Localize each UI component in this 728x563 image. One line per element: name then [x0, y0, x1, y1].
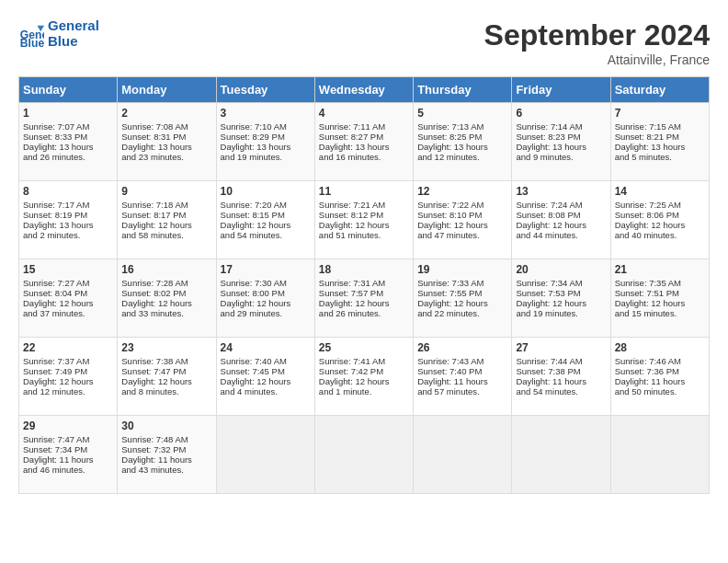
day-number: 29: [23, 419, 113, 432]
calendar-week-1: 1Sunrise: 7:07 AM Sunset: 8:33 PM Daylig…: [19, 103, 710, 181]
day-number: 23: [121, 341, 211, 354]
table-row: 25Sunrise: 7:41 AM Sunset: 7:42 PM Dayli…: [314, 338, 413, 416]
calendar-week-2: 8Sunrise: 7:17 AM Sunset: 8:19 PM Daylig…: [19, 181, 710, 259]
page-header: General Blue General Blue September 2024…: [18, 18, 710, 67]
day-info: Sunrise: 7:44 AM Sunset: 7:38 PM Dayligh…: [516, 356, 586, 396]
month-title: September 2024: [484, 18, 710, 52]
col-friday: Friday: [512, 77, 610, 103]
day-number: 3: [221, 107, 311, 120]
table-row: 14Sunrise: 7:25 AM Sunset: 8:06 PM Dayli…: [610, 181, 709, 259]
table-row: 19Sunrise: 7:33 AM Sunset: 7:55 PM Dayli…: [414, 259, 512, 338]
logo-line2: Blue: [48, 34, 99, 50]
table-row: 18Sunrise: 7:31 AM Sunset: 7:57 PM Dayli…: [314, 259, 413, 338]
day-info: Sunrise: 7:31 AM Sunset: 7:57 PM Dayligh…: [319, 278, 390, 318]
col-wednesday: Wednesday: [314, 77, 413, 103]
day-number: 21: [615, 263, 705, 276]
table-row: 16Sunrise: 7:28 AM Sunset: 8:02 PM Dayli…: [118, 259, 216, 338]
table-row: 26Sunrise: 7:43 AM Sunset: 7:40 PM Dayli…: [414, 338, 512, 416]
logo-icon: General Blue: [18, 21, 44, 47]
day-number: 6: [516, 107, 606, 120]
day-number: 8: [23, 185, 113, 198]
day-info: Sunrise: 7:38 AM Sunset: 7:47 PM Dayligh…: [121, 356, 192, 396]
day-info: Sunrise: 7:25 AM Sunset: 8:06 PM Dayligh…: [615, 200, 686, 240]
day-info: Sunrise: 7:20 AM Sunset: 8:15 PM Dayligh…: [221, 200, 291, 240]
table-row: 21Sunrise: 7:35 AM Sunset: 7:51 PM Dayli…: [610, 259, 709, 338]
day-number: 13: [516, 185, 606, 198]
day-number: 17: [221, 263, 311, 276]
day-info: Sunrise: 7:11 AM Sunset: 8:27 PM Dayligh…: [319, 121, 390, 162]
day-info: Sunrise: 7:17 AM Sunset: 8:19 PM Dayligh…: [23, 200, 94, 240]
day-info: Sunrise: 7:10 AM Sunset: 8:29 PM Dayligh…: [221, 121, 291, 162]
col-tuesday: Tuesday: [216, 77, 314, 103]
table-row: 29Sunrise: 7:47 AM Sunset: 7:34 PM Dayli…: [19, 416, 118, 494]
table-row: 24Sunrise: 7:40 AM Sunset: 7:45 PM Dayli…: [216, 338, 314, 416]
table-row: 5Sunrise: 7:13 AM Sunset: 8:25 PM Daylig…: [414, 103, 512, 181]
day-info: Sunrise: 7:18 AM Sunset: 8:17 PM Dayligh…: [121, 200, 192, 240]
day-info: Sunrise: 7:24 AM Sunset: 8:08 PM Dayligh…: [516, 200, 586, 240]
day-number: 11: [319, 185, 409, 198]
table-row: 28Sunrise: 7:46 AM Sunset: 7:36 PM Dayli…: [610, 338, 709, 416]
day-info: Sunrise: 7:48 AM Sunset: 7:32 PM Dayligh…: [121, 434, 192, 475]
day-number: 25: [319, 341, 409, 354]
calendar-week-5: 29Sunrise: 7:47 AM Sunset: 7:34 PM Dayli…: [19, 416, 710, 494]
table-row: 2Sunrise: 7:08 AM Sunset: 8:31 PM Daylig…: [118, 103, 216, 181]
table-row: 7Sunrise: 7:15 AM Sunset: 8:21 PM Daylig…: [610, 103, 709, 181]
calendar-week-3: 15Sunrise: 7:27 AM Sunset: 8:04 PM Dayli…: [19, 259, 710, 338]
logo-line1: General: [48, 18, 99, 34]
table-row: 22Sunrise: 7:37 AM Sunset: 7:49 PM Dayli…: [19, 338, 118, 416]
day-info: Sunrise: 7:08 AM Sunset: 8:31 PM Dayligh…: [121, 121, 192, 162]
table-row: 9Sunrise: 7:18 AM Sunset: 8:17 PM Daylig…: [118, 181, 216, 259]
table-row: 12Sunrise: 7:22 AM Sunset: 8:10 PM Dayli…: [414, 181, 512, 259]
day-number: 1: [23, 107, 113, 120]
location: Attainville, France: [484, 52, 710, 67]
day-info: Sunrise: 7:35 AM Sunset: 7:51 PM Dayligh…: [615, 278, 686, 318]
table-row: 3Sunrise: 7:10 AM Sunset: 8:29 PM Daylig…: [216, 103, 314, 181]
day-number: 7: [615, 107, 705, 120]
day-number: 16: [121, 263, 211, 276]
table-row: [610, 416, 709, 494]
col-thursday: Thursday: [414, 77, 512, 103]
table-row: 27Sunrise: 7:44 AM Sunset: 7:38 PM Dayli…: [512, 338, 610, 416]
day-info: Sunrise: 7:40 AM Sunset: 7:45 PM Dayligh…: [221, 356, 291, 396]
day-number: 19: [417, 263, 507, 276]
table-row: [414, 416, 512, 494]
day-number: 14: [615, 185, 705, 198]
day-number: 22: [23, 341, 113, 354]
table-row: 17Sunrise: 7:30 AM Sunset: 8:00 PM Dayli…: [216, 259, 314, 338]
day-number: 5: [417, 107, 507, 120]
day-number: 28: [615, 341, 705, 354]
day-info: Sunrise: 7:14 AM Sunset: 8:23 PM Dayligh…: [516, 121, 586, 162]
col-sunday: Sunday: [19, 77, 118, 103]
table-row: 13Sunrise: 7:24 AM Sunset: 8:08 PM Dayli…: [512, 181, 610, 259]
title-block: September 2024 Attainville, France: [484, 18, 710, 67]
logo: General Blue General Blue: [18, 18, 99, 49]
table-row: 4Sunrise: 7:11 AM Sunset: 8:27 PM Daylig…: [314, 103, 413, 181]
table-row: 6Sunrise: 7:14 AM Sunset: 8:23 PM Daylig…: [512, 103, 610, 181]
day-number: 30: [121, 419, 211, 432]
calendar-week-4: 22Sunrise: 7:37 AM Sunset: 7:49 PM Dayli…: [19, 338, 710, 416]
day-number: 9: [121, 185, 211, 198]
table-row: 15Sunrise: 7:27 AM Sunset: 8:04 PM Dayli…: [19, 259, 118, 338]
table-row: 10Sunrise: 7:20 AM Sunset: 8:15 PM Dayli…: [216, 181, 314, 259]
day-number: 2: [121, 107, 211, 120]
day-info: Sunrise: 7:07 AM Sunset: 8:33 PM Dayligh…: [23, 121, 94, 162]
table-row: 20Sunrise: 7:34 AM Sunset: 7:53 PM Dayli…: [512, 259, 610, 338]
calendar-table: Sunday Monday Tuesday Wednesday Thursday…: [18, 76, 710, 494]
day-info: Sunrise: 7:30 AM Sunset: 8:00 PM Dayligh…: [221, 278, 291, 318]
day-number: 20: [516, 263, 606, 276]
day-info: Sunrise: 7:22 AM Sunset: 8:10 PM Dayligh…: [417, 200, 488, 240]
day-info: Sunrise: 7:13 AM Sunset: 8:25 PM Dayligh…: [417, 121, 488, 162]
day-number: 18: [319, 263, 409, 276]
day-info: Sunrise: 7:15 AM Sunset: 8:21 PM Dayligh…: [615, 121, 686, 162]
day-number: 24: [221, 341, 311, 354]
table-row: [512, 416, 610, 494]
day-info: Sunrise: 7:46 AM Sunset: 7:36 PM Dayligh…: [615, 356, 686, 396]
table-row: 1Sunrise: 7:07 AM Sunset: 8:33 PM Daylig…: [19, 103, 118, 181]
day-info: Sunrise: 7:34 AM Sunset: 7:53 PM Dayligh…: [516, 278, 586, 318]
day-info: Sunrise: 7:28 AM Sunset: 8:02 PM Dayligh…: [121, 278, 192, 318]
day-info: Sunrise: 7:21 AM Sunset: 8:12 PM Dayligh…: [319, 200, 390, 240]
svg-text:Blue: Blue: [20, 37, 44, 47]
header-row: Sunday Monday Tuesday Wednesday Thursday…: [19, 77, 710, 103]
day-number: 4: [319, 107, 409, 120]
table-row: [314, 416, 413, 494]
